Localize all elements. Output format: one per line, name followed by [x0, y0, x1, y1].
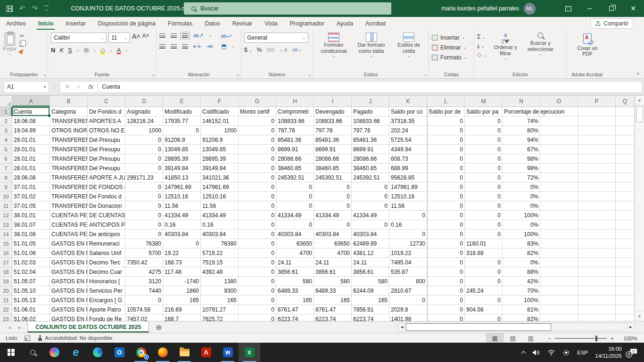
- cell-E23[interactable]: 168.7: [163, 314, 201, 321]
- cell-O17[interactable]: [540, 258, 578, 267]
- ribbon-display-options-button[interactable]: [557, 0, 579, 17]
- cell-J20[interactable]: 6244.09: [352, 286, 389, 296]
- column-header-K[interactable]: K: [389, 96, 427, 107]
- cell-P16[interactable]: [578, 248, 616, 258]
- cell-E22[interactable]: 216.69: [163, 305, 201, 314]
- font-name-select[interactable]: Calibri⌄: [51, 33, 107, 43]
- collapse-ribbon-icon[interactable]: ˄: [636, 71, 639, 76]
- acrobat-button[interactable]: Λ: [195, 343, 217, 362]
- cell-H21[interactable]: 165: [276, 296, 314, 305]
- column-header-P[interactable]: P: [578, 96, 616, 107]
- horizontal-scroll-track[interactable]: [406, 323, 627, 331]
- cell-O9[interactable]: [540, 182, 578, 192]
- cell-D15[interactable]: 76380: [125, 239, 163, 248]
- cell-I23[interactable]: 6223.74: [314, 314, 352, 321]
- tab-inicio[interactable]: Inicio: [32, 17, 60, 30]
- cell-G4[interactable]: 0: [239, 135, 276, 145]
- sheet-tab-active[interactable]: CONJUNTO DE DATOS OCTUBRE 2025: [27, 321, 149, 333]
- cell-Q14[interactable]: [616, 230, 635, 239]
- cell-D2[interactable]: 128216.24: [125, 116, 163, 126]
- cell-F16[interactable]: 5719.22: [201, 248, 239, 258]
- cell-D17[interactable]: 7350.42: [125, 258, 163, 267]
- row-header-1[interactable]: 1: [0, 107, 12, 116]
- cell-I1[interactable]: Devengado: [314, 107, 352, 116]
- cell-Q18[interactable]: [616, 267, 635, 277]
- cell-J14[interactable]: 40303.84: [352, 230, 389, 239]
- save-icon[interactable]: [7, 6, 13, 12]
- cell-C16[interactable]: Salarios Unif: [88, 248, 125, 258]
- row-header-7[interactable]: 7: [0, 164, 12, 173]
- cell-G14[interactable]: 0: [239, 230, 276, 239]
- tab-programador[interactable]: Programador: [284, 17, 330, 30]
- cell-P9[interactable]: [578, 182, 616, 192]
- cell-D3[interactable]: 1000: [125, 126, 163, 135]
- cell-A23[interactable]: 51.06.02: [12, 314, 50, 321]
- scroll-left-icon[interactable]: ◀: [398, 323, 406, 331]
- cell-K11[interactable]: 11.56: [389, 201, 427, 211]
- chrome-button[interactable]: [130, 343, 152, 362]
- cell-Q22[interactable]: [616, 305, 635, 314]
- row-header-13[interactable]: 13: [0, 220, 12, 230]
- cell-C21[interactable]: Encargos [ G: [88, 296, 125, 305]
- cell-G16[interactable]: 0: [239, 248, 276, 258]
- cell-Q8[interactable]: [616, 173, 635, 182]
- cell-A18[interactable]: 51.02.04: [12, 267, 50, 277]
- cell-N6[interactable]: 98%: [503, 154, 540, 164]
- cell-J8[interactable]: 245392.51: [352, 173, 389, 182]
- undo-icon[interactable]: ↶: [19, 4, 25, 13]
- cell-A17[interactable]: 51.02.03: [12, 258, 50, 267]
- cell-D22[interactable]: 10574.58: [125, 305, 163, 314]
- cell-D11[interactable]: 0: [125, 201, 163, 211]
- cell-C3[interactable]: OTROS NO ES: [88, 126, 125, 135]
- row-header-21[interactable]: 21: [0, 296, 12, 305]
- zoom-slider-thumb[interactable]: [595, 336, 597, 341]
- notification-center-button[interactable]: 7: [629, 348, 639, 357]
- cell-H19[interactable]: 580: [276, 277, 314, 286]
- edge-button[interactable]: [87, 343, 108, 362]
- word-button[interactable]: W: [217, 343, 239, 362]
- cell-D5[interactable]: 0: [125, 145, 163, 154]
- cell-Q9[interactable]: [616, 182, 635, 192]
- cell-N13[interactable]: 0%: [503, 220, 540, 230]
- cell-A1[interactable]: Cuenta: [12, 107, 50, 116]
- file-explorer-button[interactable]: [173, 343, 195, 362]
- row-header-17[interactable]: 17: [0, 258, 12, 267]
- cell-B19[interactable]: GASTOS EN F: [50, 277, 88, 286]
- cell-Q1[interactable]: [616, 107, 635, 116]
- cell-Q21[interactable]: [616, 296, 635, 305]
- row-header-10[interactable]: 10: [0, 192, 12, 201]
- cell-N22[interactable]: 81%: [503, 305, 540, 314]
- cell-F5[interactable]: 13049.85: [201, 145, 239, 154]
- cell-C22[interactable]: Aporte Patro: [88, 305, 125, 314]
- delete-cells-button[interactable]: Eliminar⌄: [432, 42, 472, 52]
- cell-J16[interactable]: 4381.12: [352, 248, 389, 258]
- cell-I2[interactable]: 108833.66: [314, 116, 352, 126]
- cell-H7[interactable]: 38460.85: [276, 164, 314, 173]
- cell-B13[interactable]: CUENTAS PE: [50, 220, 88, 230]
- cell-P14[interactable]: [578, 230, 616, 239]
- cell-P4[interactable]: [578, 135, 616, 145]
- cell-M11[interactable]: 0: [465, 201, 503, 211]
- confirm-entry-icon[interactable]: ✓: [76, 83, 81, 90]
- cell-M12[interactable]: 0: [465, 211, 503, 220]
- cell-B14[interactable]: CUENTAS PE: [50, 230, 88, 239]
- cell-K3[interactable]: 202.24: [389, 126, 427, 135]
- cell-I13[interactable]: 0: [314, 220, 352, 230]
- cell-N17[interactable]: 0%: [503, 258, 540, 267]
- cell-F18[interactable]: 4392.48: [201, 267, 239, 277]
- cell-H9[interactable]: 0: [276, 182, 314, 192]
- accessibility-status[interactable]: Accesibilidad: No disponible: [38, 335, 112, 341]
- cell-I11[interactable]: 0: [314, 201, 352, 211]
- cell-D7[interactable]: 0: [125, 164, 163, 173]
- formula-input[interactable]: Cuenta: [98, 81, 642, 93]
- cell-H20[interactable]: 6489.33: [276, 286, 314, 296]
- cell-A16[interactable]: 51.01.06: [12, 248, 50, 258]
- cell-P2[interactable]: [578, 116, 616, 126]
- cell-H2[interactable]: 108833.66: [276, 116, 314, 126]
- cell-I15[interactable]: 63650: [314, 239, 352, 248]
- cell-K13[interactable]: 0.16: [389, 220, 427, 230]
- cell-E7[interactable]: 39149.84: [163, 164, 201, 173]
- cell-D20[interactable]: 7440: [125, 286, 163, 296]
- clipboard-dialog-launcher-icon[interactable]: ↘: [43, 73, 46, 77]
- row-header-11[interactable]: 11: [0, 201, 12, 211]
